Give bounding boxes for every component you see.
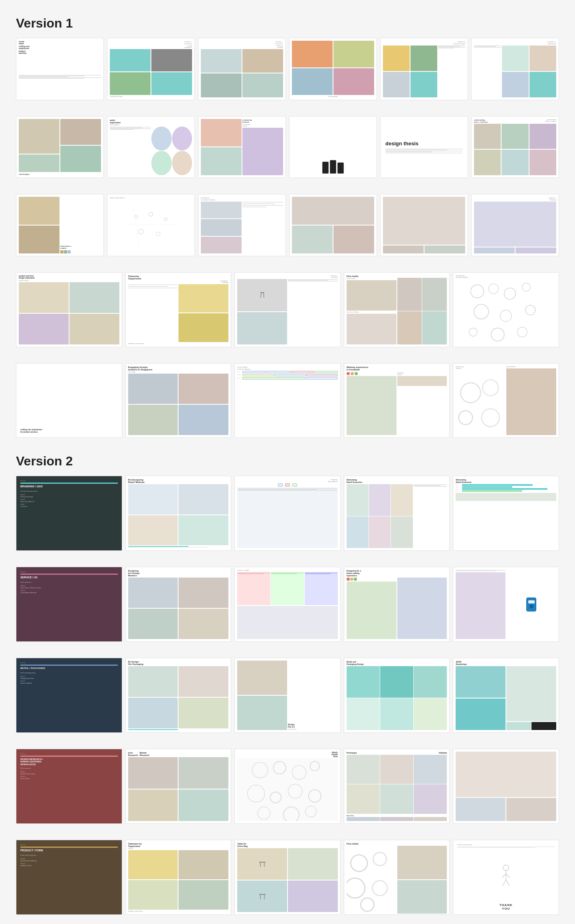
svg-point-20	[461, 383, 481, 403]
v2-tableware-slide: Tableware byTupperware Flipside packagin…	[125, 840, 232, 915]
v1-service-blueprint-slide: service designblueprint mapping Stage 1	[234, 363, 341, 438]
svg-point-43	[347, 878, 365, 898]
v1-phone-mockups-slide	[289, 116, 377, 178]
v2-thankyou-slide: PORTFOLIO DESIGN 2019	[453, 840, 559, 915]
v1-understanding-slide: understandingusers + resources product m…	[471, 116, 559, 178]
svg-point-1	[149, 212, 153, 216]
v2-row5: FOLIO PRODUCT / FORM Product and form de…	[16, 840, 559, 915]
v1-prod-retail-slide: production +retail launch	[471, 38, 559, 100]
v2-row3: FOLIO RETAIL / PACKAGING Retail and pack…	[16, 658, 559, 733]
version2-section: Version 2 FOLIO BRANDING / UIUX The work…	[16, 454, 559, 914]
svg-line-48	[502, 874, 506, 878]
v1-custom-products-slide: customisingproducts user productservices	[198, 116, 286, 178]
v1-row2: retail displays quickexploration feel lo…	[16, 116, 559, 178]
design-thesis-title: design thesis	[385, 140, 463, 147]
svg-point-32	[258, 807, 270, 819]
svg-point-45	[361, 898, 374, 911]
svg-line-9	[264, 293, 264, 298]
version2-title: Version 2	[16, 454, 559, 469]
v2-ratex-ext-slide: RefreshingRateX Extension	[344, 476, 450, 551]
v2-service-sidebar: FOLIO SERVICE / UX Service design work..…	[16, 567, 122, 642]
v1-quick-explore-slide: quickexploration feel localisation	[107, 116, 195, 178]
v1-design-thesis-slide: design thesis	[380, 116, 468, 178]
svg-rect-7	[260, 292, 264, 293]
v2-2d3d-slide: 2D/3DRenderings	[453, 658, 559, 733]
v2-urine-bag-slide: Table forUrine Bag	[234, 840, 341, 915]
svg-point-13	[522, 283, 530, 291]
v1-row5: crafting user experiencesfor product ser…	[16, 363, 559, 438]
v1-row4: product and formdesign exploration probl…	[16, 272, 559, 347]
v1-crafting-slide: crafting user experiencesfor product ser…	[16, 363, 122, 438]
v2-retail-sidebar: FOLIO RETAIL / PACKAGING Retail and pack…	[16, 658, 122, 733]
v1-proto-slide: prototyping +continuous iterations	[198, 194, 286, 256]
v2-wearable-photos-slide	[453, 749, 559, 824]
v1-retail-slide: retail photography	[289, 38, 377, 100]
svg-point-18	[491, 328, 504, 341]
v2-ux-research-slide: research + insights	[234, 567, 341, 642]
v2-rate-website-slide: DesigningRate Website → →	[234, 476, 341, 551]
svg-point-26	[292, 766, 306, 780]
v2-sketch-doodle-slide: SketchDoodleDraw	[234, 749, 341, 824]
v1-retail-displays-slide: retail displays	[16, 116, 104, 178]
svg-line-8	[261, 293, 261, 298]
v2-ratex-ext2-slide: RefreshingRateX Extension Item A Item B …	[453, 476, 559, 551]
v2-branding-sidebar: FOLIO BRANDING / UIUX The work in this s…	[16, 476, 122, 551]
v1-form-explore-slide: product and formdesign exploration probl…	[16, 272, 122, 347]
v1-floo-kettle-slide: Floo kettle dirty rendering hero shot re…	[344, 272, 450, 347]
svg-point-10	[471, 285, 484, 298]
v1-observations-slide: observations +insights	[16, 194, 104, 256]
v1-dense-sketches-slide: quick sketchesad angle exploration	[453, 272, 559, 347]
v1-graphics-slide: graphics +rendering	[471, 194, 559, 256]
v2-prototype-validate-slide: Prototype Validate User Test	[344, 749, 450, 824]
v2-row2: FOLIO SERVICE / UX Service design work..…	[16, 567, 559, 642]
svg-point-42	[373, 852, 386, 865]
svg-line-50	[503, 880, 506, 886]
v2-medical-device-slide	[453, 567, 559, 642]
svg-rect-35	[259, 862, 266, 863]
v1-foreign-workers-slide: Engaging foreignworkers in Singapore use…	[125, 363, 232, 438]
svg-point-4	[157, 232, 161, 236]
svg-point-17	[469, 328, 477, 336]
v2-row1: FOLIO BRANDING / UIUX The work in this s…	[16, 476, 559, 551]
v1-chair-slide: execution +production	[234, 272, 341, 347]
v2-user-market-slide: UserResearch MarketResearch	[125, 749, 232, 824]
v1-row3: observations +insights sketch sketch ske…	[16, 194, 559, 256]
v2-product-form-sidebar: FOLIO PRODUCT / FORM Product and form de…	[16, 840, 122, 915]
svg-line-51	[506, 880, 509, 886]
v2-foreign-workers-slide: Designingfor ForeignWorkers	[125, 567, 232, 642]
v1-wearable1-slide	[289, 194, 377, 256]
v1-hospital-slide: Waiting experiencein hospitals user jour…	[344, 363, 450, 438]
v2-row4: FOLIO DESIGN RESEARCH /HUMAN-CENTEREDDES…	[16, 749, 559, 824]
svg-line-6	[134, 207, 139, 246]
svg-point-29	[270, 792, 281, 803]
svg-point-19	[518, 327, 527, 337]
svg-point-15	[500, 310, 512, 322]
version1-title: Version 1	[16, 16, 559, 31]
svg-point-25	[274, 762, 286, 774]
v2-waiting-slide: Designing for abetter waitingexperience	[344, 567, 450, 642]
v2-flic-packaging-slide: Re-DesignFlic Packaging	[125, 658, 232, 733]
v1-sketch-slide: sketch sketch sketch	[107, 194, 195, 256]
version1-section: Version 1 recentworks crafting userexper…	[16, 16, 559, 438]
svg-point-23	[482, 408, 500, 426]
v1-toc-slide: recentworks crafting userexperiences pro…	[16, 38, 104, 100]
svg-point-41	[351, 855, 367, 872]
svg-point-28	[248, 785, 265, 802]
svg-point-24	[252, 762, 268, 778]
svg-point-3	[139, 229, 143, 234]
svg-point-44	[372, 880, 387, 895]
v2-floo-kettle-slide: Floo kettle	[344, 840, 450, 915]
svg-point-22	[459, 410, 473, 424]
v1-trial-launch-slide: trial launchcontinuous iteration	[380, 38, 468, 100]
v1-execution-slide: execution +production conceptvisualisati…	[107, 38, 195, 100]
product-form-title: PRODUCT / FORM	[20, 849, 118, 852]
v2-ratex-slide: Re-DesigningRateX Website	[125, 476, 232, 551]
svg-point-31	[309, 789, 321, 802]
v2-retail-packaging-slide: Retail andPackaging Design	[344, 658, 450, 733]
svg-point-12	[504, 288, 516, 299]
svg-point-11	[489, 284, 499, 294]
v1-wearable2-slide	[380, 194, 468, 256]
v1-final-sketches-slide: final conceptsketches quick sketches	[453, 363, 559, 438]
svg-rect-38	[259, 894, 266, 895]
v2-hcd-sidebar: FOLIO DESIGN RESEARCH /HUMAN-CENTEREDDES…	[16, 749, 122, 824]
